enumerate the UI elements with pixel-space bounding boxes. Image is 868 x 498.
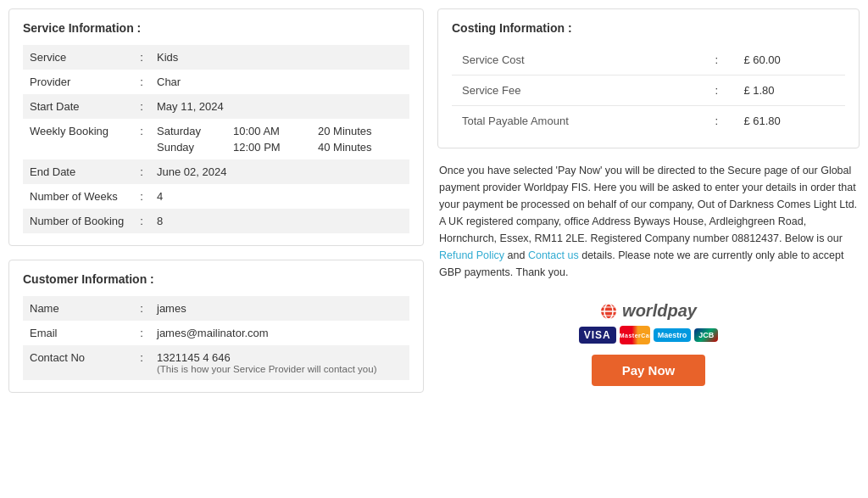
service-label: Service [23, 45, 133, 70]
booking-duration-1: 20 Minutes [318, 125, 394, 137]
total-label: Total Payable Amount [452, 106, 699, 137]
costing-info-title: Costing Information : [452, 21, 845, 35]
total-value: £ 61.80 [733, 106, 845, 137]
start-date-label: Start Date [23, 94, 133, 119]
num-weeks-label: Number of Weeks [23, 184, 133, 209]
end-date-label: End Date [23, 159, 133, 184]
table-row: Email : james@mailinator.com [23, 321, 409, 345]
booking-duration-2: 40 Minutes [318, 141, 394, 154]
maestro-logo: Maestro [654, 328, 692, 342]
table-row: Service Cost : £ 60.00 [452, 45, 845, 76]
pay-now-button[interactable]: Pay Now [592, 355, 706, 386]
booking-time-1: 10:00 AM [233, 125, 301, 137]
contact-number: 1321145 4 646 [157, 351, 403, 364]
worldpay-logo: worldpay [600, 301, 697, 321]
jcb-logo: JCB [694, 328, 718, 342]
mastercard-logo: MasterCard [620, 326, 650, 344]
service-fee-value: £ 1.80 [733, 76, 845, 106]
table-row: Weekly Booking : Saturday 10:00 AM 20 Mi… [23, 119, 409, 159]
booking-row-saturday: Saturday 10:00 AM 20 Minutes [157, 125, 403, 137]
table-row: Service Fee : £ 1.80 [452, 76, 845, 106]
table-row: Contact No : 1321145 4 646 (This is how … [23, 345, 409, 380]
contact-note: (This is how your Service Provider will … [157, 364, 403, 374]
costing-information-card: Costing Information : Service Cost : £ 6… [437, 8, 860, 148]
table-row: Number of Weeks : 4 [23, 184, 409, 209]
num-booking-value: 8 [150, 209, 409, 233]
contact-label: Contact No [23, 345, 133, 380]
worldpay-icon [600, 303, 617, 320]
customer-info-table: Name : james Email : james@mailinator.co… [23, 296, 409, 380]
booking-day-1: Saturday [157, 125, 216, 137]
service-fee-label: Service Fee [452, 76, 699, 106]
table-row: Service : Kids [23, 45, 409, 70]
booking-row-sunday: Sunday 12:00 PM 40 Minutes [157, 141, 403, 154]
payment-info-section: Once you have selected 'Pay Now' you wil… [437, 162, 860, 281]
start-date-value: May 11, 2024 [150, 94, 409, 119]
table-row: End Date : June 02, 2024 [23, 159, 409, 184]
contact-us-link[interactable]: Contact us [528, 249, 579, 261]
email-label: Email [23, 321, 133, 345]
end-date-value: June 02, 2024 [150, 159, 409, 184]
payment-text-before: Once you have selected 'Pay Now' you wil… [439, 165, 857, 244]
refund-policy-link[interactable]: Refund Policy [439, 249, 504, 261]
service-info-table: Service : Kids Provider : Char Start Dat… [23, 45, 409, 233]
service-information-card: Service Information : Service : Kids Pro… [8, 8, 424, 246]
service-info-title: Service Information : [23, 21, 409, 35]
payment-logos-section: worldpay VISA MasterCard Maestro JCB Pay… [437, 301, 860, 386]
table-row: Total Payable Amount : £ 61.80 [452, 106, 845, 137]
table-row: Number of Booking : 8 [23, 209, 409, 233]
provider-label: Provider [23, 70, 133, 94]
num-booking-label: Number of Booking [23, 209, 133, 233]
service-cost-value: £ 60.00 [733, 45, 845, 76]
service-cost-label: Service Cost [452, 45, 699, 76]
customer-info-title: Customer Information : [23, 272, 409, 286]
weekly-booking-label: Weekly Booking [23, 119, 133, 159]
weekly-booking-value: Saturday 10:00 AM 20 Minutes Sunday 12:0… [150, 119, 409, 159]
num-weeks-value: 4 [150, 184, 409, 209]
table-row: Provider : Char [23, 70, 409, 94]
worldpay-text: worldpay [622, 301, 697, 321]
table-row: Start Date : May 11, 2024 [23, 94, 409, 119]
payment-description: Once you have selected 'Pay Now' you wil… [439, 162, 858, 281]
cost-table: Service Cost : £ 60.00 Service Fee : £ 1… [452, 45, 845, 136]
visa-logo: VISA [579, 327, 616, 344]
booking-time-2: 12:00 PM [233, 141, 301, 154]
name-label: Name [23, 296, 133, 321]
card-logos: VISA MasterCard Maestro JCB [579, 326, 719, 344]
booking-schedule: Saturday 10:00 AM 20 Minutes Sunday 12:0… [157, 125, 403, 154]
customer-information-card: Customer Information : Name : james Emai… [8, 260, 424, 393]
table-row: Name : james [23, 296, 409, 321]
email-value: james@mailinator.com [150, 321, 409, 345]
booking-day-2: Sunday [157, 141, 216, 154]
provider-value: Char [150, 70, 409, 94]
contact-value: 1321145 4 646 (This is how your Service … [150, 345, 409, 380]
name-value: james [150, 296, 409, 321]
service-value: Kids [150, 45, 409, 70]
